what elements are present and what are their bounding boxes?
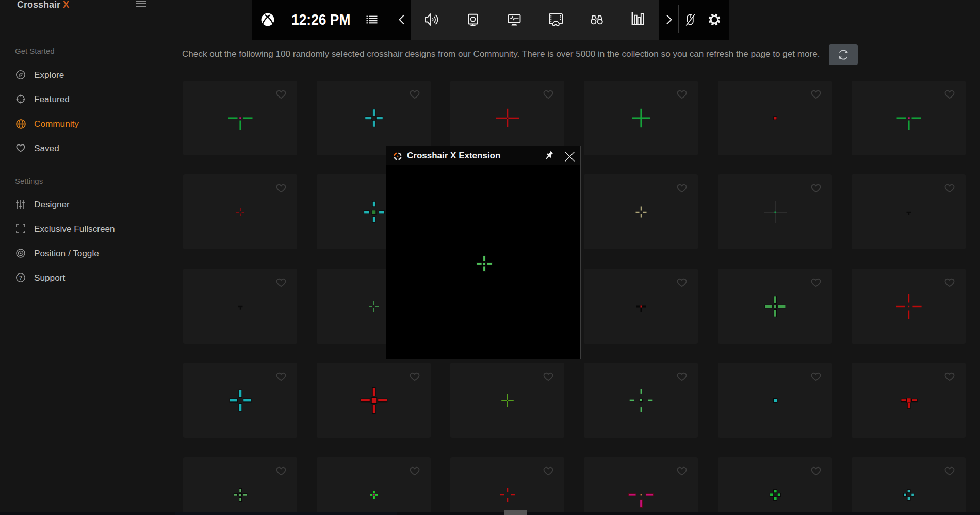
- svg-text:?: ?: [19, 275, 22, 281]
